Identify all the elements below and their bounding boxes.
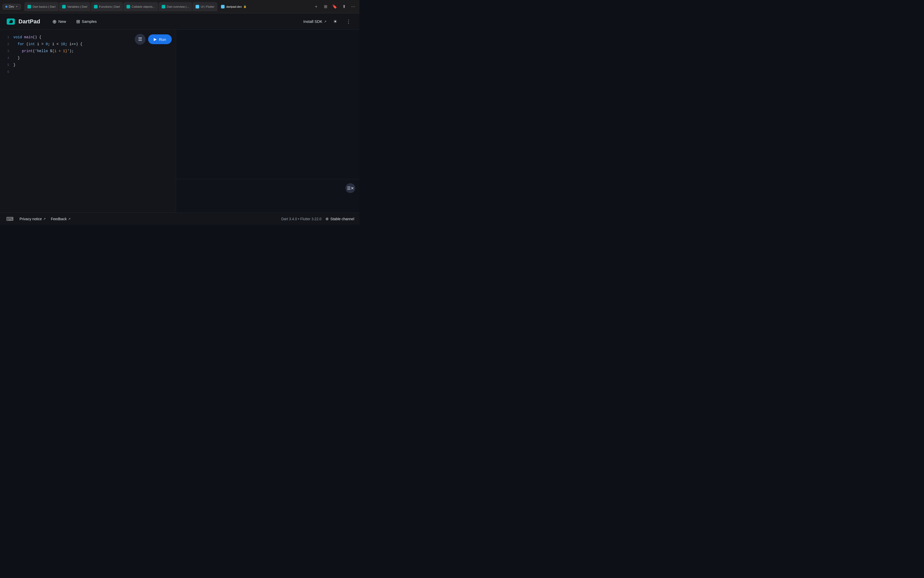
line-number-3: 3 [0, 48, 9, 55]
feedback-link[interactable]: Feedback ↗ [51, 217, 70, 221]
code-line-5: 5 } [0, 62, 176, 68]
channel-label: Stable channel [330, 217, 354, 221]
output-panel: ☰✕ [176, 30, 359, 213]
header-actions: ⊕ New ⊞ Samples [48, 17, 101, 26]
browser-tab-dart-basics[interactable]: Dart basics | Dart [24, 2, 58, 11]
functions-tab-icon [94, 5, 97, 8]
browser-tab-flutter-ui[interactable]: UI | Flutter [193, 2, 218, 11]
install-sdk-button[interactable]: Install SDK ↗ [304, 19, 326, 24]
code-line-6: 6 [0, 68, 176, 75]
browser-tab-functions[interactable]: Functions | Dart [91, 2, 123, 11]
dart-basics-tab-icon [28, 5, 31, 8]
sidebar-toggle-button[interactable]: ⊞ [322, 3, 329, 10]
flutter-ui-tab-icon [196, 5, 199, 8]
samples-button[interactable]: ⊞ Samples [72, 17, 101, 26]
browser-more-button[interactable]: ⋯ [349, 3, 357, 10]
status-right: Dart 3.4.0 • Flutter 3.22.0 ⚙ Stable cha… [281, 217, 354, 221]
new-tab-button[interactable]: + [313, 3, 320, 10]
external-link-icon: ↗ [324, 20, 326, 23]
more-options-button[interactable]: ⋮ [344, 17, 353, 26]
brightness-button[interactable]: ☀ [331, 17, 340, 26]
bookmark-button[interactable]: 🔖 [331, 3, 338, 10]
code-content-3: print('hello ${i + 1}'); [13, 48, 74, 54]
code-content-4: } [13, 55, 20, 61]
new-label: New [58, 19, 66, 24]
browser-tab-dartpad[interactable]: dartpad.dev 🔒 [218, 2, 250, 11]
line-number-1: 1 [0, 34, 9, 41]
callable-tab-label: Callable objects... [132, 5, 155, 8]
status-left: ⌨ Privacy notice ↗ Feedback ↗ [5, 214, 71, 224]
keyboard-shortcuts-button[interactable]: ⌨ [5, 214, 15, 224]
format-icon: ☰ [138, 36, 142, 42]
dev-badge-chevron: ▼ [15, 5, 18, 8]
browser-tab-variables[interactable]: Variables | Dart [59, 2, 90, 11]
privacy-notice-external-icon: ↗ [43, 217, 46, 221]
privacy-notice-label: Privacy notice [19, 217, 42, 221]
output-actions-button[interactable]: ☰✕ [346, 183, 355, 193]
dev-badge[interactable]: Dev ▼ [3, 4, 21, 10]
run-button[interactable]: ▶ Run [148, 34, 172, 44]
flutter-ui-tab-label: UI | Flutter [201, 5, 214, 8]
share-button[interactable]: ⬆ [340, 3, 348, 10]
format-button[interactable]: ☰ [135, 34, 146, 45]
dart-basics-tab-label: Dart basics | Dart [32, 5, 55, 8]
code-area[interactable]: 1 void main() { 2 for (int i = 0; i < 10… [0, 30, 176, 213]
functions-tab-label: Functions | Dart [99, 5, 120, 8]
browser-tabs: Dart basics | Dart Variables | Dart Func… [24, 2, 309, 11]
callable-tab-icon [127, 5, 130, 8]
editor-toolbar: ☰ ▶ Run [135, 34, 172, 45]
dartpad-tab-label: dartpad.dev [226, 5, 242, 8]
dev-badge-label: Dev [9, 5, 14, 8]
channel-button[interactable]: ⚙ Stable channel [325, 217, 354, 221]
code-content-6 [13, 68, 15, 75]
code-line-3: 3 print('hello ${i + 1}'); [0, 48, 176, 55]
line-number-2: 2 [0, 41, 9, 48]
new-icon: ⊕ [52, 18, 57, 24]
browser-controls: Dev ▼ [3, 4, 21, 10]
variables-tab-label: Variables | Dart [67, 5, 87, 8]
editor-panel: ☰ ▶ Run 1 void main() { 2 for (int i = 0… [0, 30, 176, 213]
keyboard-icon: ⌨ [6, 216, 14, 222]
output-lower-area: ☰✕ [176, 179, 359, 213]
samples-label: Samples [82, 19, 96, 24]
line-number-4: 4 [0, 55, 9, 62]
browser-tab-dart-overview[interactable]: Dart overview |... [159, 2, 192, 11]
privacy-notice-link[interactable]: Privacy notice ↗ [19, 217, 46, 221]
output-upper-area [176, 30, 359, 179]
browser-chrome: Dev ▼ Dart basics | Dart Variables | Dar… [0, 0, 359, 13]
header-right: Install SDK ↗ ☀ ⋮ [304, 17, 353, 26]
dartpad-tab-lock: 🔒 [243, 5, 247, 8]
samples-icon: ⊞ [76, 19, 80, 24]
app-header: DartPad ⊕ New ⊞ Samples Install SDK ↗ ☀ … [0, 13, 359, 30]
status-bar: ⌨ Privacy notice ↗ Feedback ↗ Dart 3.4.0… [0, 213, 359, 225]
new-button[interactable]: ⊕ New [48, 17, 70, 26]
code-content-5: } [13, 62, 15, 68]
logo-area: DartPad [6, 17, 40, 26]
version-text: Dart 3.4.0 • Flutter 3.22.0 [281, 217, 322, 221]
run-label: Run [159, 37, 166, 42]
main-content: ☰ ▶ Run 1 void main() { 2 for (int i = 0… [0, 30, 359, 213]
feedback-label: Feedback [51, 217, 67, 221]
browser-actions: + ⊞ 🔖 ⬆ ⋯ [313, 3, 357, 10]
feedback-external-icon: ↗ [68, 217, 71, 221]
code-content-1: void main() { [13, 34, 41, 41]
dartpad-logo [6, 17, 15, 26]
install-sdk-label: Install SDK [304, 19, 322, 24]
line-number-5: 5 [0, 62, 9, 68]
code-content-2: for (int i = 0; i < 10; i++) { [13, 41, 83, 47]
svg-point-0 [9, 20, 11, 21]
app-title: DartPad [18, 18, 40, 25]
run-play-icon: ▶ [154, 37, 157, 42]
channel-settings-icon: ⚙ [325, 217, 329, 221]
line-number-6: 6 [0, 69, 9, 75]
dart-overview-tab-icon [162, 5, 165, 8]
output-actions-icon: ☰✕ [347, 186, 354, 191]
dartpad-tab-icon [221, 5, 224, 8]
dev-badge-dot [5, 6, 7, 8]
dart-overview-tab-label: Dart overview |... [167, 5, 189, 8]
browser-tab-callable[interactable]: Callable objects... [123, 2, 158, 11]
variables-tab-icon [62, 5, 66, 8]
code-line-4: 4 } [0, 55, 176, 62]
